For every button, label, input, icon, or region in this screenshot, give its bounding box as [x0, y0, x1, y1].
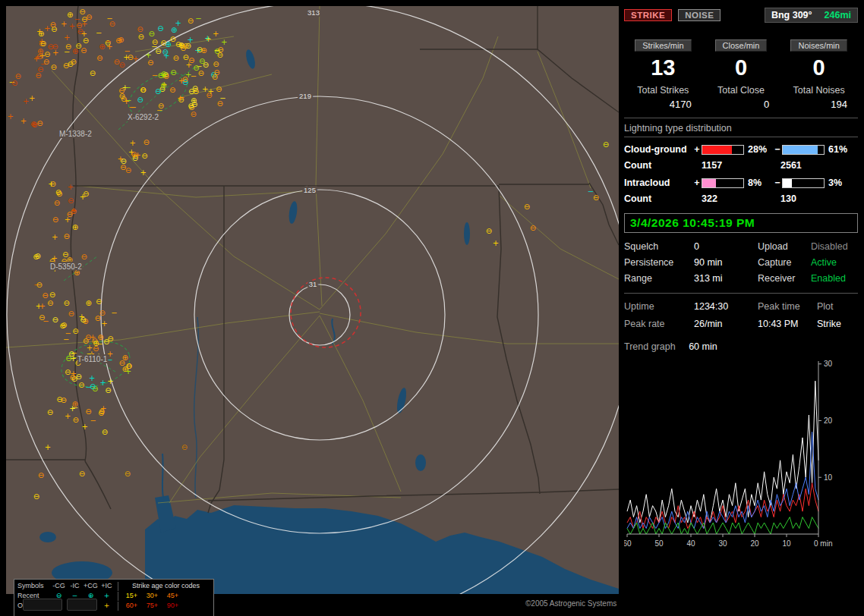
- svg-text:⊖: ⊖: [71, 58, 77, 66]
- svg-text:⊖: ⊖: [37, 65, 43, 74]
- svg-text:+: +: [178, 77, 184, 85]
- legend-cell: 90+: [162, 601, 183, 611]
- svg-text:−: −: [178, 93, 184, 102]
- cg-pos-count: 1157: [702, 160, 780, 171]
- svg-text:⊖: ⊖: [157, 24, 163, 33]
- lightning-map[interactable]: +⊖⊖+⊖+−⊖⊖+−⊖⊖+⊕⊖⊖⊖⊖−+⊖⊖⊖⊕++⊖⊕⊖+⊖−⊖+⊖⊕⊕+⊖…: [6, 6, 619, 594]
- svg-text:⊖: ⊖: [155, 47, 161, 55]
- receiver-label: Receiver: [758, 273, 811, 284]
- svg-text:⊖: ⊖: [119, 92, 125, 100]
- svg-text:+: +: [133, 55, 139, 63]
- svg-text:⊖: ⊖: [86, 13, 92, 21]
- svg-text:⊖: ⊖: [33, 253, 39, 261]
- svg-text:−: −: [63, 335, 69, 344]
- datetime-display: 3/4/2026 10:45:19 PM: [624, 213, 858, 233]
- svg-text:−: −: [74, 15, 80, 24]
- svg-text:⊖: ⊖: [67, 210, 73, 218]
- intracloud-count-row: Count 322 130: [624, 193, 858, 204]
- svg-text:0 min: 0 min: [814, 539, 832, 548]
- svg-text:+: +: [61, 20, 67, 28]
- ic-neg-count: 130: [780, 193, 859, 204]
- svg-text:+: +: [33, 55, 39, 63]
- plot-label: Plot: [817, 301, 858, 312]
- ic-pos-pct: 8%: [748, 178, 773, 188]
- svg-text:⊖: ⊖: [54, 199, 60, 207]
- totals-values-row: 4170 0 194: [624, 99, 858, 110]
- totals-labels-row: Total Strikes Total Close Total Noises: [624, 85, 858, 96]
- svg-text:30: 30: [718, 539, 727, 548]
- ic-pos-bar: [702, 178, 744, 188]
- legend-cell: -IC: [67, 581, 83, 591]
- svg-text:⊖: ⊖: [90, 382, 96, 391]
- plus-sign: +: [692, 144, 702, 155]
- svg-text:⊖: ⊖: [188, 17, 194, 25]
- svg-text:⊖: ⊖: [47, 299, 53, 307]
- svg-text:⊖: ⊖: [55, 188, 61, 196]
- svg-text:⊖: ⊖: [152, 38, 158, 46]
- svg-text:⊖: ⊖: [192, 84, 198, 93]
- svg-text:⊖: ⊖: [181, 443, 188, 451]
- svg-text:⊖: ⊖: [158, 102, 164, 110]
- svg-text:⊖: ⊖: [197, 46, 203, 54]
- svg-text:40: 40: [686, 539, 695, 548]
- intracloud-row: Intracloud + 8% − 3%: [624, 178, 858, 188]
- legend-cell: [118, 602, 118, 611]
- bearing-box: Bng 309° 246mi: [765, 8, 858, 23]
- svg-text:⊖: ⊖: [103, 338, 109, 346]
- svg-text:10: 10: [782, 539, 791, 548]
- svg-text:⊖: ⊖: [191, 110, 197, 118]
- noises-per-min-chip: Noises/min: [790, 39, 847, 52]
- svg-text:⊖: ⊖: [38, 471, 44, 479]
- legend-cell: [118, 592, 118, 601]
- capture-label: Capture: [758, 257, 811, 268]
- svg-text:⊖: ⊖: [96, 54, 102, 62]
- svg-text:+: +: [20, 117, 27, 125]
- svg-text:+: +: [160, 71, 166, 80]
- cg-neg-bar: [782, 145, 825, 155]
- cloud-ground-row: Cloud-ground + 28% − 61%: [624, 144, 858, 155]
- cg-pos-bar: [702, 145, 744, 155]
- map-canvas: +⊖⊖+⊖+−⊖⊖+−⊖⊖+⊕⊖⊖⊖⊖−+⊖⊖⊖⊕++⊖⊕⊖+⊖−⊖+⊖⊕⊕+⊖…: [6, 6, 619, 594]
- total-close-label: Total Close: [717, 85, 765, 96]
- svg-text:⊖: ⊖: [40, 39, 46, 48]
- svg-text:⊖: ⊖: [486, 227, 492, 235]
- svg-text:60: 60: [624, 539, 632, 548]
- app-window: +⊖⊖+⊖+−⊖⊖+−⊖⊖+⊕⊖⊖⊖⊖−+⊖⊖⊖⊕++⊖⊕⊖+⊖−⊖+⊖⊕⊕+⊖…: [0, 0, 864, 616]
- svg-text:⊖: ⊖: [63, 299, 69, 307]
- svg-text:313: 313: [307, 8, 320, 17]
- noise-indicator[interactable]: NOISE: [678, 9, 721, 21]
- svg-text:+: +: [8, 112, 14, 121]
- trend-graph[interactable]: 1020306050403020100 min: [624, 355, 858, 551]
- svg-text:31: 31: [309, 280, 317, 288]
- svg-text:⊖: ⊖: [162, 48, 168, 56]
- svg-text:⊖: ⊖: [524, 203, 530, 211]
- svg-text:⊖: ⊖: [62, 250, 68, 259]
- trend-graph-label: Trend graph: [624, 341, 676, 352]
- svg-text:⊖: ⊖: [169, 86, 175, 94]
- ic-pos-count: 322: [702, 193, 780, 204]
- svg-text:⊖: ⊖: [61, 321, 67, 329]
- svg-text:+: +: [29, 94, 35, 102]
- legend-cell: 15+: [121, 591, 142, 601]
- ic-neg-fill: [783, 179, 792, 187]
- legend-cell: +: [99, 591, 115, 601]
- svg-text:−: −: [124, 47, 130, 55]
- svg-text:⊖: ⊖: [72, 416, 78, 424]
- status-grid: Squelch 0 Upload Disabled Persistence 90…: [624, 241, 858, 284]
- legend-cell: +CG: [83, 581, 99, 591]
- strike-indicator[interactable]: STRIKE: [624, 9, 672, 21]
- svg-text:20: 20: [750, 539, 759, 548]
- peak-rate-label: Peak rate: [624, 319, 694, 329]
- svg-text:⊖: ⊖: [213, 68, 219, 77]
- ic-neg-pct: 3%: [828, 178, 853, 188]
- svg-text:⊖: ⊖: [125, 470, 131, 478]
- svg-text:⊖: ⊖: [52, 215, 58, 224]
- svg-text:+: +: [125, 367, 131, 376]
- svg-text:+: +: [52, 49, 58, 57]
- persistence-value: 90 min: [694, 257, 758, 268]
- svg-text:−: −: [125, 83, 131, 92]
- svg-text:30: 30: [824, 360, 833, 369]
- legend-cell: Symbols: [17, 581, 51, 591]
- svg-text:⊖: ⊖: [52, 316, 58, 324]
- bearing-distance: 246mi: [825, 10, 851, 20]
